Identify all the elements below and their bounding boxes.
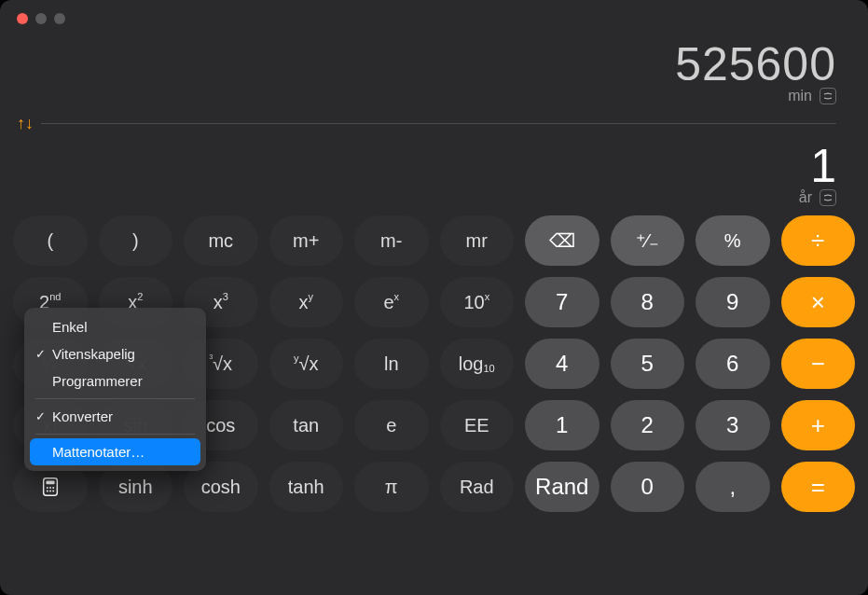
key-plus[interactable]: + [781,400,856,450]
key-plusminus[interactable]: ⁺⁄₋ [611,215,685,266]
key-mplus[interactable]: m+ [269,215,344,266]
svg-point-3 [49,487,51,489]
menu-item-convert[interactable]: ✓ Konverter [30,403,200,430]
check-icon: ✓ [35,347,46,361]
menu-separator [35,398,195,399]
titlebar [0,0,868,37]
menu-item-label: Enkel [52,319,88,335]
menu-item-label: Konverter [52,408,113,424]
unit-dropdown-icon[interactable] [820,189,836,206]
key-ln[interactable]: ln [354,339,429,389]
key-6[interactable]: 6 [696,339,770,389]
check-icon: ✓ [35,409,46,423]
menu-item-label: Vitenskapelig [52,346,135,362]
key-lparen[interactable]: ( [13,215,88,266]
menu-item-programmer[interactable]: Programmerer [30,367,200,394]
mode-menu: Enkel ✓ Vitenskapelig Programmerer ✓ Kon… [24,308,206,471]
upper-unit-row[interactable]: min [788,88,836,104]
key-e[interactable]: e [354,400,429,450]
key-minus[interactable]: − [781,339,856,389]
key-yrootx[interactable]: y√x [269,339,344,389]
key-tanh[interactable]: tanh [269,462,344,512]
upper-value: 525600 [675,37,836,91]
svg-point-5 [47,491,48,492]
key-multiply[interactable]: × [781,277,856,327]
key-xy[interactable]: xy [269,277,344,327]
key-comma[interactable]: , [696,462,770,512]
key-rand[interactable]: Rand [525,462,599,512]
key-1[interactable]: 1 [525,400,599,450]
key-backspace[interactable]: ⌫ [525,215,599,266]
key-mminus[interactable]: m- [354,215,429,266]
menu-item-scientific[interactable]: ✓ Vitenskapelig [30,340,200,367]
key-7[interactable]: 7 [525,277,599,327]
key-4[interactable]: 4 [525,339,599,389]
swap-icon[interactable]: ↑↓ [17,114,34,133]
upper-unit-label: min [788,88,812,104]
svg-point-4 [52,487,54,489]
key-ex[interactable]: ex [354,277,429,327]
lower-unit-row[interactable]: år [799,189,836,206]
svg-point-2 [47,487,48,489]
menu-item-math-notes[interactable]: Mattenotater… [30,438,200,465]
display-area: 525600 min ↑↓ 1 år [0,37,868,206]
key-0[interactable]: 0 [611,462,685,512]
calculator-window: 525600 min ↑↓ 1 år ( ) [0,0,868,595]
menu-separator [35,434,195,435]
key-3[interactable]: 3 [696,400,770,450]
calculator-icon [40,477,61,497]
key-2[interactable]: 2 [611,400,685,450]
key-rad[interactable]: Rad [440,462,515,512]
menu-item-basic[interactable]: Enkel [30,313,200,340]
key-10x[interactable]: 10x [440,277,515,327]
key-percent[interactable]: % [696,215,770,266]
unit-dropdown-icon[interactable] [820,88,836,104]
lower-display: 1 år [17,139,836,206]
key-rparen[interactable]: ) [99,215,173,266]
svg-point-7 [52,491,54,492]
key-9[interactable]: 9 [696,277,770,327]
divider-row: ↑↓ [17,114,836,133]
svg-point-6 [49,491,51,492]
key-mr[interactable]: mr [440,215,515,266]
key-equals[interactable]: = [781,462,856,512]
key-5[interactable]: 5 [611,339,685,389]
menu-item-label: Programmerer [52,373,143,389]
key-pi[interactable]: π [354,462,429,512]
minimize-icon[interactable] [35,13,47,24]
key-ee[interactable]: EE [440,400,515,450]
key-tan[interactable]: tan [269,400,344,450]
svg-rect-1 [46,481,54,485]
lower-value: 1 [810,139,836,193]
key-mc[interactable]: mc [184,215,258,266]
maximize-icon[interactable] [54,13,65,24]
divider-line [41,123,836,124]
key-log10[interactable]: log10 [440,339,515,389]
close-icon[interactable] [17,13,28,24]
upper-display: 525600 min [17,37,836,104]
key-divide[interactable]: ÷ [781,215,856,266]
key-8[interactable]: 8 [611,277,685,327]
menu-item-label: Mattenotater… [52,444,145,460]
lower-unit-label: år [799,189,812,206]
